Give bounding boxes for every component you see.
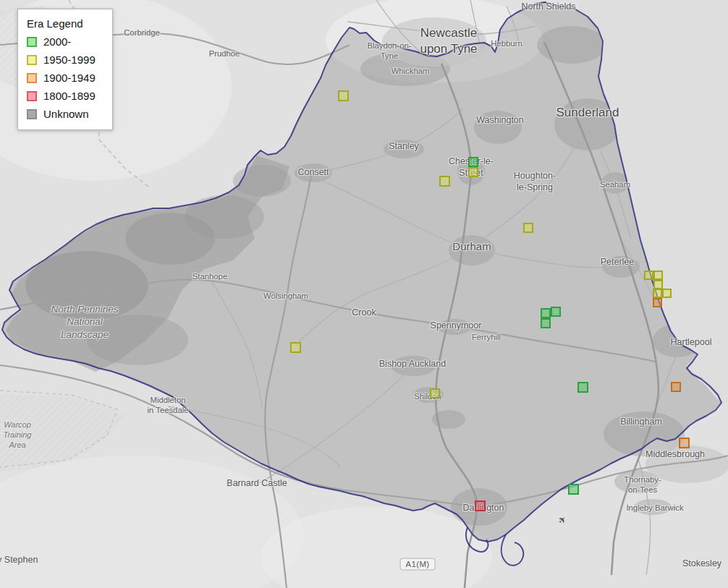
legend-swatch-icon	[27, 55, 37, 65]
legend-label: 1950-1999	[43, 54, 96, 66]
legend-row-1800-1899: 1800-1899	[27, 90, 103, 102]
legend-row-unknown: Unknown	[27, 108, 103, 120]
era-marker-1900-1949[interactable]	[671, 382, 681, 392]
era-marker-1950-1999[interactable]	[523, 223, 533, 233]
legend-label: 1800-1899	[43, 90, 96, 102]
legend-swatch-icon	[27, 109, 37, 119]
era-marker-1950-1999[interactable]	[662, 289, 672, 298]
era-marker-1950-1999[interactable]	[430, 388, 440, 399]
legend-swatch-icon	[27, 73, 37, 83]
legend-row-2000: 2000-	[27, 35, 103, 48]
legend-row-1900-1949: 1900-1949	[27, 72, 103, 84]
era-marker-2000[interactable]	[577, 382, 588, 393]
legend-label: 2000-	[43, 35, 71, 48]
legend-row-1950-1999: 1950-1999	[27, 54, 103, 66]
era-marker-1950-1999[interactable]	[290, 342, 301, 353]
era-marker-1800-1899[interactable]	[475, 500, 486, 511]
legend-title: Era Legend	[27, 17, 103, 30]
era-marker-1900-1949[interactable]	[653, 298, 662, 307]
era-marker-1950-1999[interactable]	[653, 270, 663, 280]
era-marker-2000[interactable]	[468, 157, 478, 167]
era-marker-1950-1999[interactable]	[338, 90, 349, 101]
era-marker-2000[interactable]	[568, 484, 579, 495]
legend-swatch-icon	[27, 37, 37, 47]
era-marker-2000[interactable]	[541, 308, 551, 318]
era-marker-1950-1999[interactable]	[644, 270, 653, 280]
era-legend: Era Legend 2000-1950-19991900-19491800-1…	[17, 9, 113, 130]
era-marker-2000[interactable]	[541, 318, 551, 328]
legend-label: 1900-1949	[43, 72, 96, 84]
era-marker-2000[interactable]	[551, 307, 561, 317]
legend-label: Unknown	[43, 108, 89, 120]
road-badge-a1m: A1(M)	[400, 558, 436, 571]
legend-swatch-icon	[27, 91, 37, 101]
era-marker-1950-1999[interactable]	[653, 289, 662, 298]
legend-items: 2000-1950-19991900-19491800-1899Unknown	[27, 35, 103, 120]
era-marker-1950-1999[interactable]	[439, 176, 450, 187]
map-canvas[interactable]: Newcastleupon TyneSunderlandDurhamNorth …	[0, 0, 728, 588]
era-marker-1900-1949[interactable]	[679, 438, 690, 448]
era-marker-1950-1999[interactable]	[468, 167, 478, 177]
